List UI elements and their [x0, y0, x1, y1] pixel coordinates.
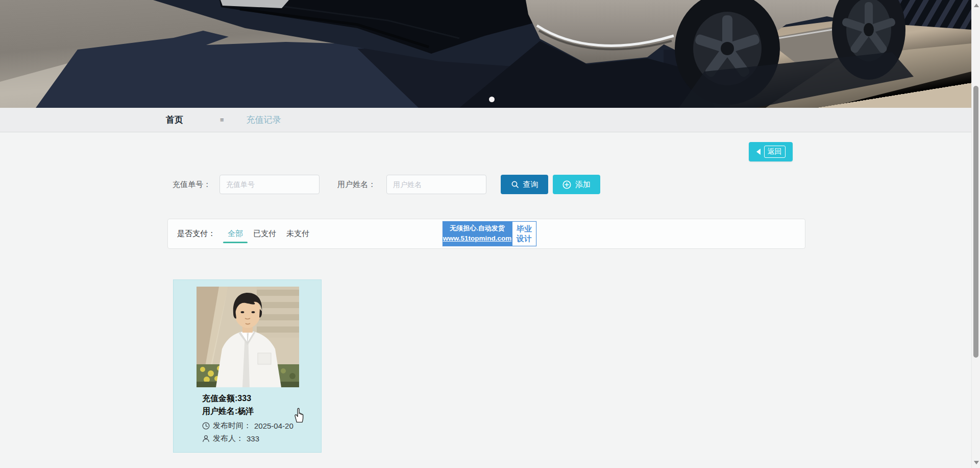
back-arrow-icon: [756, 149, 761, 155]
ad-text-block: 无须担心.自动发货 www.51topmind.com: [443, 221, 512, 246]
order-number-input[interactable]: [219, 175, 320, 194]
vertical-scrollbar[interactable]: [971, 0, 980, 468]
page: 首页 ≡ 充值记录 返回 充值单号： 用户姓名： 查询: [0, 0, 980, 468]
filter-tab-all[interactable]: 全部: [228, 229, 243, 239]
recharge-record-card[interactable]: 充值金额:333 用户姓名:杨洋 发布时间： 2025-04-20 发布人： 3…: [173, 279, 322, 453]
publish-time-label: 发布时间：: [213, 421, 251, 431]
watermark-ad-badge[interactable]: 无须担心.自动发货 www.51topmind.com 毕业 设计: [443, 221, 536, 246]
publisher-value: 333: [247, 434, 259, 443]
hero-banner: [0, 0, 971, 108]
back-button-label: 返回: [764, 146, 786, 158]
publisher-label: 发布人：: [213, 434, 243, 443]
user-name-input[interactable]: [386, 175, 486, 194]
ad-url: www.51topmind.com: [443, 233, 512, 244]
search-icon: [511, 180, 519, 189]
clock-icon: [202, 422, 210, 430]
order-number-label: 充值单号：: [173, 175, 211, 194]
add-button-label: 添加: [575, 180, 591, 190]
ad-side-line1: 毕业: [517, 224, 532, 234]
filter-tab-unpaid[interactable]: 未支付: [286, 229, 309, 239]
ad-side-block: 毕业 设计: [512, 221, 536, 246]
scrollbar-thumb[interactable]: [973, 86, 978, 358]
query-button[interactable]: 查询: [501, 175, 548, 194]
ad-side-line2: 设计: [517, 234, 532, 244]
publish-time-value: 2025-04-20: [254, 422, 293, 430]
query-button-label: 查询: [523, 180, 538, 190]
payment-filter-tabs: 全部 已支付 未支付: [228, 229, 309, 239]
circle-plus-icon: [562, 180, 571, 189]
nav-item-home[interactable]: 首页: [166, 114, 183, 126]
back-button[interactable]: 返回: [749, 142, 793, 161]
card-amount-line: 充值金额:333: [202, 393, 251, 404]
card-publisher-row: 发布人： 333: [202, 434, 259, 443]
user-photo: [197, 287, 299, 387]
content-area: 返回 充值单号： 用户姓名： 查询 添加: [0, 132, 971, 468]
user-name-label: 用户姓名：: [337, 175, 376, 194]
scrollbar-up-arrow-icon[interactable]: [974, 4, 979, 7]
nav-item-recharge-records[interactable]: 充值记录: [247, 114, 281, 126]
search-form: 充值单号： 用户姓名： 查询 添加: [0, 175, 971, 194]
payment-filter-label: 是否支付：: [177, 229, 215, 239]
scrollbar-down-arrow-icon[interactable]: [974, 461, 979, 464]
hero-banner-image: [0, 0, 971, 108]
carousel-dot[interactable]: [489, 97, 495, 102]
menu-lines-icon[interactable]: ≡: [220, 116, 224, 124]
filter-tab-paid[interactable]: 已支付: [253, 229, 276, 239]
add-button[interactable]: 添加: [553, 175, 600, 194]
card-publish-time-row: 发布时间： 2025-04-20: [202, 421, 293, 431]
person-icon: [202, 435, 210, 442]
nav-bar: 首页 ≡ 充值记录: [0, 108, 971, 132]
ad-slogan: 无须担心.自动发货: [450, 224, 505, 233]
card-username-line: 用户姓名:杨洋: [202, 406, 254, 417]
